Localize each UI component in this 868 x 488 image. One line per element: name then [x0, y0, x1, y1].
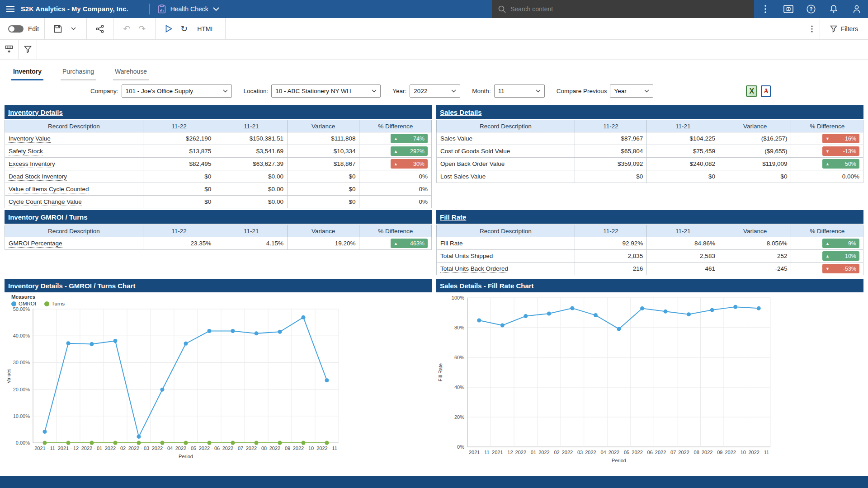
data-point-gmroi[interactable] [208, 329, 212, 333]
record-link[interactable]: GMROI Percentage [9, 240, 62, 248]
legend-item-turns[interactable]: Turns [44, 301, 65, 306]
data-point-fill rate[interactable] [710, 308, 714, 312]
preview-button[interactable] [781, 2, 796, 16]
compare-previous-select[interactable]: Year [610, 84, 653, 98]
tab-purchasing[interactable]: Purchasing [61, 62, 96, 80]
filter-panel-button[interactable] [19, 40, 37, 59]
data-point-fill rate[interactable] [617, 327, 621, 331]
value-cell: $111,808 [287, 132, 359, 145]
data-point-fill rate[interactable] [687, 312, 691, 316]
toolbar-overflow-button[interactable] [804, 21, 820, 37]
redo-button[interactable]: ↷ [134, 21, 150, 37]
account-button[interactable] [849, 2, 864, 16]
data-point-turns[interactable] [113, 441, 118, 445]
record-link[interactable]: Excess Inventory [9, 160, 55, 168]
x-tick-label: 2022 - 04 [585, 450, 606, 455]
table-row: Safety Stock$13,875$3,541.69$10,334▲292% [5, 145, 432, 158]
record-link[interactable]: Inventory Value [9, 135, 51, 143]
x-tick-label: 2022 - 10 [293, 446, 314, 451]
record-link[interactable]: Total Units Back Ordered [440, 265, 508, 273]
data-point-fill rate[interactable] [477, 318, 481, 322]
data-point-turns[interactable] [278, 441, 282, 445]
year-select[interactable]: 2022 [410, 84, 460, 98]
table-row: Open Back Order Value$359,092$240,082$11… [437, 158, 863, 170]
trend-badge: ▼-13% [822, 146, 859, 156]
data-point-gmroi[interactable] [90, 342, 94, 346]
data-point-gmroi[interactable] [66, 341, 71, 345]
record-link[interactable]: Dead Stock Inventory [9, 173, 67, 181]
overflow-menu-button[interactable] [758, 2, 773, 16]
data-point-turns[interactable] [325, 441, 329, 445]
tab-warehouse[interactable]: Warehouse [113, 62, 149, 80]
data-point-fill rate[interactable] [664, 310, 668, 314]
export-pdf-icon[interactable]: A [761, 85, 771, 97]
data-point-turns[interactable] [160, 441, 165, 445]
record-link[interactable]: Cycle Count Change Value [9, 198, 82, 206]
record-link[interactable]: Safety Stock [9, 148, 43, 155]
data-point-fill rate[interactable] [500, 324, 505, 328]
series-line-gmroi [45, 317, 327, 436]
data-point-gmroi[interactable] [255, 331, 259, 335]
notifications-button[interactable] [826, 2, 841, 16]
data-point-gmroi[interactable] [113, 339, 118, 343]
data-point-fill rate[interactable] [547, 311, 551, 315]
data-point-fill rate[interactable] [757, 306, 761, 310]
data-point-fill rate[interactable] [524, 314, 528, 318]
data-point-turns[interactable] [137, 441, 141, 445]
help-button[interactable]: ? [804, 2, 818, 16]
data-point-turns[interactable] [66, 441, 71, 445]
data-point-turns[interactable] [208, 441, 212, 445]
x-tick-label: 2022 - 01 [515, 450, 536, 455]
percent-difference-cell: 0% [359, 183, 432, 196]
refresh-button[interactable]: ↻ [176, 21, 192, 37]
data-point-gmroi[interactable] [231, 329, 235, 333]
edit-toggle[interactable] [8, 25, 24, 33]
data-point-turns[interactable] [255, 441, 259, 445]
share-button[interactable] [92, 21, 108, 37]
data-point-fill rate[interactable] [733, 305, 737, 309]
tab-inventory[interactable]: Inventory [11, 62, 43, 80]
record-link[interactable]: Value of Items Cycle Counted [9, 186, 89, 193]
column-header: Variance [287, 225, 359, 237]
data-point-gmroi[interactable] [302, 315, 306, 319]
location-select[interactable]: 10 - ABC Stationery NY WH [271, 84, 381, 98]
chevron-down-icon [451, 89, 456, 93]
save-button[interactable] [50, 21, 66, 37]
table-row: GMROI Percentage23.35%4.15%19.20%▲463% [5, 237, 432, 250]
run-button[interactable] [161, 21, 176, 37]
data-point-fill rate[interactable] [570, 306, 574, 310]
menu-button[interactable] [0, 0, 21, 18]
filters-button[interactable]: Filters [820, 18, 868, 39]
data-point-turns[interactable] [43, 441, 47, 445]
data-point-gmroi[interactable] [184, 342, 188, 346]
report-selector[interactable]: Health Check [158, 5, 219, 14]
data-point-fill rate[interactable] [594, 313, 598, 317]
percent-difference-cell: ▲74% [359, 132, 432, 145]
legend-item-gmroi[interactable]: GMROI [11, 301, 36, 306]
html-view-button[interactable]: HTML [192, 21, 220, 37]
data-point-turns[interactable] [90, 441, 94, 445]
data-point-turns[interactable] [231, 441, 235, 445]
value-cell: 19.20% [287, 237, 359, 250]
undo-button[interactable]: ↶ [119, 21, 134, 37]
data-point-gmroi[interactable] [325, 378, 329, 382]
data-point-gmroi[interactable] [137, 435, 141, 439]
company-select[interactable]: 101 - Joe's Office Supply [122, 84, 232, 98]
company-value: 101 - Joe's Office Supply [126, 88, 193, 94]
chevron-down-icon [372, 89, 377, 93]
data-point-gmroi[interactable] [43, 430, 47, 434]
data-point-turns[interactable] [302, 441, 306, 445]
month-select[interactable]: 11 [494, 84, 545, 98]
inventory-details-title[interactable]: Inventory Details [8, 108, 63, 116]
save-menu-button[interactable] [66, 21, 81, 37]
fill-rate-title[interactable]: Fill Rate [440, 213, 466, 221]
sales-details-title[interactable]: Sales Details [440, 108, 482, 116]
data-point-gmroi[interactable] [278, 330, 282, 334]
export-excel-icon[interactable]: X [746, 85, 757, 97]
data-point-gmroi[interactable] [160, 388, 165, 392]
dock-toolbar-button[interactable] [0, 40, 19, 59]
data-point-fill rate[interactable] [640, 306, 644, 310]
fill-rate-section: Fill Rate Record Description11-2211-21Va… [436, 210, 863, 279]
data-point-turns[interactable] [184, 441, 188, 445]
search-input[interactable]: Search content [492, 0, 754, 18]
